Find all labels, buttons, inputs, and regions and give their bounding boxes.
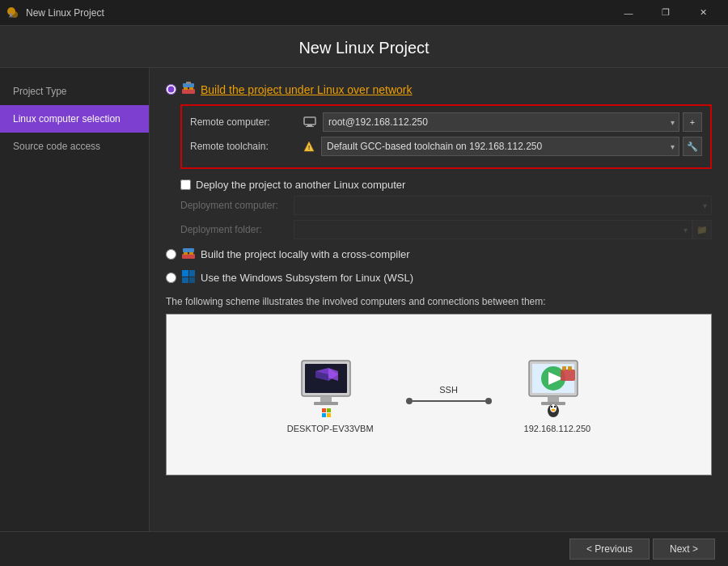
restore-button[interactable]: ❐ [647,0,684,26]
option-crosscompiler-label: Build the project locally with a cross-c… [201,248,410,260]
dialog-container: New Linux Project Project Type Linux com… [0,26,728,566]
close-button[interactable]: ✕ [684,0,722,26]
sidebar-item-source-access[interactable]: Source code access [0,133,149,160]
sidebar: Project Type Linux computer selection So… [0,68,150,531]
deployment-folder-row: Deployment folder: 📁 [180,220,712,239]
diagram-description: The following scheme illustrates the inv… [166,296,712,307]
title-bar: New Linux Project — ❐ ✕ [0,0,728,26]
wsl-icon [181,269,196,286]
remote-computer-add-button[interactable]: + [683,112,702,132]
svg-point-47 [554,405,556,407]
option-crosscompiler-radio[interactable] [166,249,176,260]
dialog-header: New Linux Project [0,26,728,68]
svg-rect-11 [306,126,314,127]
remote-computer-diagram: 192.168.112.250 [524,357,591,433]
option-wsl[interactable]: Use the Windows Subsystem for Linux (WSL… [166,269,712,286]
svg-rect-40 [562,366,566,370]
crosscompiler-icon [181,246,196,263]
svg-rect-9 [304,117,315,125]
deployment-computer-label: Deployment computer: [180,200,294,211]
remote-computer-input-container: root@192.168.112.250 + [303,112,702,132]
ssh-label: SSH [439,385,458,395]
remote-computer-icon [525,357,590,417]
option-wsl-label: Use the Windows Subsystem for Linux (WSL… [201,272,413,284]
sidebar-item-linux-selection[interactable]: Linux computer selection [0,105,149,133]
previous-button[interactable]: < Previous [569,539,650,560]
window-controls: — ❐ ✕ [610,0,722,26]
remote-computer-diagram-label: 192.168.112.250 [524,424,591,433]
deployment-folder-browse-button: 📁 [692,220,712,239]
remote-computer-select[interactable]: root@192.168.112.250 [323,112,679,132]
remote-toolchain-select-wrapper[interactable]: Default GCC-based toolchain on 192.168.1… [321,137,679,156]
remote-toolchain-select[interactable]: Default GCC-based toolchain on 192.168.1… [321,137,679,156]
network-option-icon [181,81,196,98]
option-network-radio[interactable] [166,84,176,95]
deployment-computer-select-wrapper [294,196,712,215]
deployment-folder-select [294,220,692,239]
svg-rect-3 [9,16,13,18]
svg-rect-17 [183,248,194,252]
svg-point-48 [551,408,555,411]
svg-rect-41 [568,366,572,370]
sidebar-item-project-type[interactable]: Project Type [0,78,149,105]
deploy-section: Deploy the project to another Linux comp… [180,179,712,239]
diagram-box: DESKTOP-EV33VBM SSH [166,314,712,475]
svg-text:!: ! [308,144,311,151]
svg-rect-32 [327,408,331,412]
svg-rect-34 [327,413,331,417]
svg-rect-33 [322,413,326,417]
svg-rect-42 [548,396,559,403]
window-title: New Linux Project [26,7,610,19]
deploy-checkbox-row: Deploy the project to another Linux comp… [180,179,712,191]
deploy-checkbox[interactable] [180,180,191,190]
svg-rect-31 [322,408,326,412]
deployment-computer-row: Deployment computer: [180,196,712,215]
option-wsl-radio[interactable] [166,272,176,283]
option-network[interactable]: Build the project under Linux over netwo… [166,81,712,98]
remote-toolchain-input-container: ! Default GCC-based toolchain on 192.168… [303,137,702,156]
network-config-section: Remote computer: root@192 [180,104,712,169]
svg-rect-8 [186,82,191,84]
remote-computer-select-wrapper[interactable]: root@192.168.112.250 [323,112,679,132]
deployment-computer-select [294,196,712,215]
minimize-button[interactable]: — [610,0,647,26]
svg-rect-19 [189,270,195,277]
svg-rect-18 [182,270,188,277]
monitor-icon [303,116,316,128]
dialog-footer: < Previous Next > [0,531,728,566]
deployment-folder-label: Deployment folder: [180,224,294,235]
dialog-body: Project Type Linux computer selection So… [0,68,728,531]
diagram-inner: DESKTOP-EV33VBM SSH [287,357,590,433]
remote-toolchain-row: Remote toolchain: ! Default GCC-based to… [190,137,702,156]
svg-rect-28 [320,396,332,403]
toolchain-icon: ! [303,141,315,152]
option-network-label: Build the project under Linux over netwo… [201,83,412,96]
svg-rect-29 [314,402,338,405]
main-content: Build the project under Linux over netwo… [150,68,728,531]
local-computer: DESKTOP-EV33VBM [287,357,374,433]
remote-computer-row: Remote computer: root@192 [190,112,702,132]
next-button[interactable]: Next > [653,539,715,560]
dialog-title: New Linux Project [298,39,429,57]
app-icon [6,6,19,19]
svg-rect-39 [561,370,575,381]
local-computer-icon [298,357,362,417]
remote-computer-label: Remote computer: [190,116,303,128]
local-computer-label: DESKTOP-EV33VBM [287,424,374,433]
option-crosscompiler[interactable]: Build the project locally with a cross-c… [166,246,712,263]
deploy-label: Deploy the project to another Linux comp… [196,179,405,191]
remote-toolchain-label: Remote toolchain: [190,141,303,152]
svg-point-46 [551,405,552,407]
svg-rect-20 [182,277,188,283]
svg-rect-21 [189,277,195,283]
deployment-folder-select-wrapper [294,220,692,239]
svg-rect-10 [307,125,312,126]
remote-toolchain-settings-button[interactable]: 🔧 [683,137,702,156]
ssh-connection: SSH [406,385,492,404]
